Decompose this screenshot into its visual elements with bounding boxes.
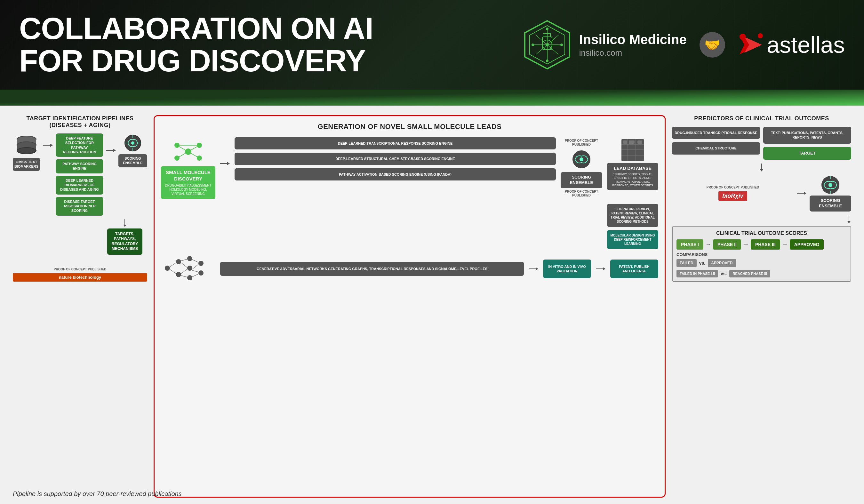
targets-arrow-box: TARGETS, PATHWAYS, REGULATORY MECHANISMS bbox=[107, 219, 142, 255]
scoring-brain-right bbox=[819, 175, 842, 195]
center-main-flow: SMALL MOLECULE DISCOVERY DRUGGABILITY AS… bbox=[161, 137, 658, 199]
nature-badge: nature biotechnology bbox=[13, 273, 147, 281]
lead-db-icon bbox=[620, 137, 646, 163]
engine-3: PATHWAY ACTIVATION-BASED SCORING ENGINE … bbox=[235, 168, 556, 180]
phase-arrow-3: → bbox=[782, 241, 788, 248]
svg-line-45 bbox=[177, 152, 188, 158]
svg-point-10 bbox=[531, 44, 534, 46]
proof-label-left: PROOF OF CONCEPT PUBLISHED bbox=[13, 267, 147, 271]
brain-circuit-icon bbox=[123, 133, 142, 153]
omics-label: OMICS TEXT BIOMARKERS bbox=[13, 158, 40, 171]
small-mol-col: SMALL MOLECULE DISCOVERY DRUGGABILITY AS… bbox=[161, 137, 215, 199]
svg-point-60 bbox=[165, 266, 170, 271]
lead-database-label: LEAD DATABASE EFFICACY SCORES, TISSUE-SP… bbox=[607, 163, 658, 190]
svg-line-73 bbox=[181, 276, 187, 277]
comp2-a: FAILED IN PHASE I-II bbox=[676, 270, 718, 277]
targets-box: TARGETS, PATHWAYS, REGULATORY MECHANISMS bbox=[107, 228, 142, 255]
svg-marker-85 bbox=[804, 192, 806, 195]
ct-scores-container: CLINICAL TRIAL OUTCOME SCORES PHASE I → … bbox=[672, 226, 851, 282]
svg-line-72 bbox=[181, 269, 187, 274]
insilico-text-block: Insilico Medicine insilico.com bbox=[579, 32, 687, 58]
proof-biorxiv-block: PROOF OF CONCEPT PUBLISHED bioRχiv bbox=[672, 185, 794, 201]
svg-rect-57 bbox=[623, 141, 627, 144]
wave-divider bbox=[0, 89, 864, 106]
svg-line-43 bbox=[188, 145, 199, 152]
text-box: TEXT: PUBLICATIONS, PATENTS, GRANTS, REP… bbox=[763, 127, 851, 144]
insilico-hexagon-icon bbox=[521, 19, 573, 70]
astellas-logo: astellas bbox=[738, 32, 845, 58]
ct-title: CLINICAL TRIAL OUTCOME SCORES bbox=[676, 230, 847, 236]
gan-row: GENERATIVE ADVERSARIAL NETWORKS GENERATI… bbox=[161, 255, 658, 282]
svg-point-61 bbox=[176, 259, 181, 264]
svg-line-44 bbox=[188, 152, 199, 158]
svg-point-62 bbox=[176, 272, 181, 277]
handshake-icon: 🤝 bbox=[699, 32, 725, 58]
svg-point-67 bbox=[199, 271, 204, 276]
arrow-to-scoring-right bbox=[672, 164, 851, 171]
comp2-b: REACHED PHASE III bbox=[729, 270, 770, 277]
omics-db-icon bbox=[15, 133, 38, 156]
svg-point-30 bbox=[131, 142, 134, 145]
gan-arrow bbox=[529, 266, 538, 271]
molecule-icon bbox=[169, 137, 207, 166]
arrow-down-to-ct bbox=[847, 215, 851, 223]
scoring-ensemble-right-row: PROOF OF CONCEPT PUBLISHED bioRχiv bbox=[672, 175, 851, 212]
scoring-brain-center bbox=[569, 148, 594, 170]
svg-line-68 bbox=[170, 263, 176, 267]
page-wrapper: COLLABORATION ON AI FOR DRUG DISCOVERY bbox=[0, 0, 864, 504]
mol-design-box: MOLECULAR DESIGN USING DEEP REINFORCEMEN… bbox=[607, 230, 658, 249]
comparison-row-1: FAILED vs. APPROVED bbox=[676, 259, 847, 267]
lit-mol-col bbox=[561, 204, 602, 249]
vs-text-1: vs. bbox=[699, 261, 705, 266]
scoring-ensemble-right-block: SCORING ENSEMBLE bbox=[809, 175, 851, 212]
arrow-right-icon bbox=[43, 143, 53, 147]
box-pathway-scoring: PATHWAY SCORING ENGINE bbox=[56, 159, 103, 173]
phase-arrow-1: → bbox=[705, 241, 711, 248]
logos-area: Insilico Medicine insilico.com 🤝 astella… bbox=[521, 19, 845, 70]
arrow-to-scoring-ensemble-right bbox=[797, 191, 806, 195]
svg-point-64 bbox=[187, 266, 192, 271]
header: COLLABORATION ON AI FOR DRUG DISCOVERY bbox=[0, 0, 864, 89]
mol-col-spacer bbox=[161, 255, 215, 282]
right-left-2: DRUG-INDUCED TRANSCRIPTIONAL RESPONSE CH… bbox=[672, 127, 760, 160]
small-mol-box: SMALL MOLECULE DISCOVERY DRUGGABILITY AS… bbox=[161, 166, 215, 199]
svg-point-7 bbox=[545, 43, 549, 46]
left-mid-boxes: DEEP FEATURE SELECTION FOR PATHWAY RECON… bbox=[56, 133, 103, 216]
box-disease-target: DISEASE TARGET ASSOSIATION NLP SCORING bbox=[56, 197, 103, 216]
svg-point-87 bbox=[828, 183, 832, 187]
comparisons-label: COMPARISONS bbox=[676, 252, 847, 257]
approved-box: APPROVED bbox=[790, 239, 824, 250]
center-second-row: LITERATURE REVIEW, PATENT REVIEW, CLINIC… bbox=[161, 204, 658, 249]
omics-block: OMICS TEXT BIOMARKERS bbox=[13, 133, 40, 171]
right-top-4boxes: DRUG-INDUCED TRANSCRIPTIONAL RESPONSE CH… bbox=[672, 127, 851, 160]
spacer-left bbox=[161, 204, 215, 249]
svg-point-8 bbox=[546, 27, 549, 30]
ct-phases-row: PHASE I → PHASE II → PHASE III → APPROVE… bbox=[676, 239, 847, 250]
svg-line-77 bbox=[192, 274, 199, 277]
svg-point-50 bbox=[579, 157, 583, 161]
columns-container: TARGET IDENTIFICATION PIPELINES (DISEASE… bbox=[13, 115, 851, 497]
svg-point-9 bbox=[546, 60, 549, 62]
engine-1: DEEP-LEARNED TRANSCRIPTIONAL RESPONSE SC… bbox=[235, 137, 556, 149]
arrow-r1 bbox=[220, 161, 230, 166]
scoring-ensemble-center: SCORING ENSEMBLE bbox=[561, 172, 602, 188]
arrow-down-to-targets bbox=[122, 219, 127, 227]
svg-line-69 bbox=[170, 269, 176, 274]
box-deep-feature: DEEP FEATURE SELECTION FOR PATHWAY RECON… bbox=[56, 133, 103, 157]
svg-marker-26 bbox=[50, 144, 53, 147]
svg-marker-81 bbox=[603, 267, 605, 271]
omics-arrow bbox=[43, 143, 53, 147]
arrow-to-scoring bbox=[106, 148, 116, 153]
scoring-ensemble-label-left: SCORING ENSEMBLE bbox=[118, 154, 147, 167]
svg-line-70 bbox=[181, 259, 187, 261]
svg-line-76 bbox=[192, 271, 199, 272]
arrow-to-ct bbox=[672, 215, 851, 223]
insilico-logo: Insilico Medicine insilico.com bbox=[521, 19, 687, 70]
patent-box: PATENT, PUBLISH AND LICENSE bbox=[610, 260, 658, 278]
phase-1-box: PHASE I bbox=[676, 239, 703, 250]
box-deep-learned-biomarkers: DEEP-LEARNED BIOMARKERS OF DISEASES AND … bbox=[56, 176, 103, 194]
svg-line-71 bbox=[181, 263, 187, 267]
scoring-ensemble-left: SCORING ENSEMBLE bbox=[118, 133, 147, 167]
center-column: GENERATION OF NOVEL SMALL MOLECULE LEADS bbox=[154, 115, 665, 497]
svg-marker-91 bbox=[847, 221, 851, 223]
